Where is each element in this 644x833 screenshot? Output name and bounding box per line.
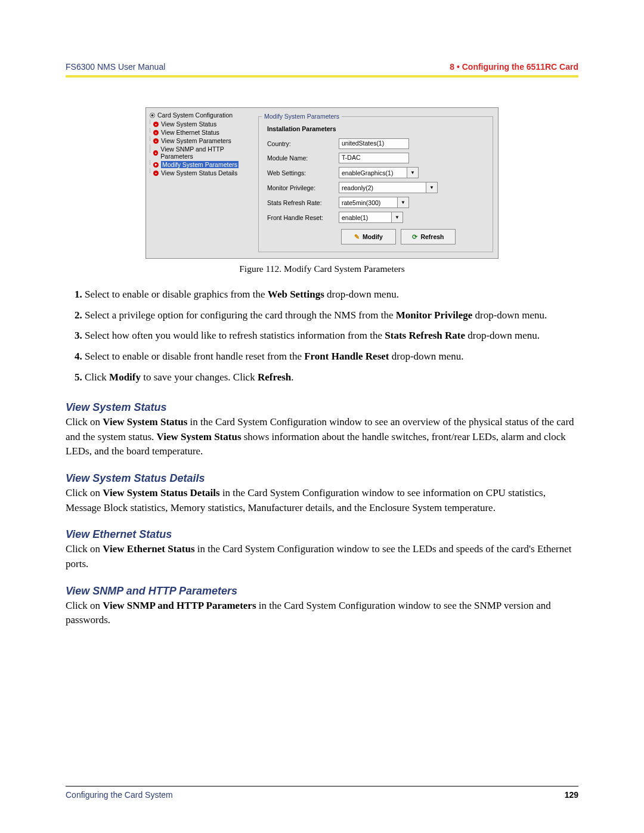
tree-item[interactable]: •View System Status Details xyxy=(153,169,251,177)
tree-item[interactable]: •View System Status xyxy=(153,120,251,128)
section-heading: View System Status Details xyxy=(66,472,578,485)
text-input[interactable]: unitedStates(1) xyxy=(339,138,409,149)
bullet-icon: • xyxy=(153,138,159,144)
dropdown-value: enable(1) xyxy=(342,214,368,221)
tree-root-label[interactable]: Card System Configuration xyxy=(157,112,233,119)
section-heading: View System Status xyxy=(66,401,578,414)
tree-item[interactable]: ▸Modify System Parameters xyxy=(153,160,251,169)
step-item: Select a privilege option for configurin… xyxy=(85,308,578,323)
bullet-icon: • xyxy=(153,150,158,156)
section-body: Click on View SNMP and HTTP Parameters i… xyxy=(66,599,578,628)
footer-page-number: 129 xyxy=(565,790,578,800)
text-input[interactable]: T-DAC xyxy=(339,153,409,163)
panel-subhead: Installation Parameters xyxy=(267,125,487,132)
steps-list: Select to enable or disable graphics fro… xyxy=(66,287,578,385)
section-heading: View Ethernet Status xyxy=(66,528,578,541)
step-item: Select how often you would like to refre… xyxy=(85,329,578,343)
tree-item[interactable]: •View Ethernet Status xyxy=(153,128,251,137)
chevron-down-icon: ▼ xyxy=(426,182,437,193)
header-right: 8 • Configuring the 6511RC Card xyxy=(450,62,578,72)
page-footer: Configuring the Card System 129 xyxy=(66,786,578,800)
form-row: Stats Refresh Rate:rate5min(300)▼ xyxy=(267,197,487,208)
field-label: Web Settings: xyxy=(267,169,339,176)
chevron-down-icon: ▼ xyxy=(407,168,418,178)
refresh-icon: ⟳ xyxy=(412,233,417,240)
field-label: Stats Refresh Rate: xyxy=(267,199,339,206)
svg-point-1 xyxy=(151,114,154,116)
tree-item[interactable]: •View SNMP and HTTP Parameters xyxy=(153,145,251,160)
radio-icon xyxy=(150,113,155,118)
chevron-down-icon: ▼ xyxy=(397,197,408,208)
refresh-button[interactable]: ⟳ Refresh xyxy=(401,229,456,244)
dropdown[interactable]: readonly(2)▼ xyxy=(339,182,438,193)
tree-item-label: View System Parameters xyxy=(161,137,231,144)
form-row: Monitor Privilege:readonly(2)▼ xyxy=(267,182,487,193)
tree-item-label: Modify System Parameters xyxy=(161,161,239,168)
tree-item-label: View Ethernet Status xyxy=(161,129,219,136)
section-heading: View SNMP and HTTP Parameters xyxy=(66,585,578,597)
form-pane: Modify System Parameters Installation Pa… xyxy=(253,108,498,258)
tree-item-label: View System Status xyxy=(161,120,216,128)
wand-icon: ✎ xyxy=(354,233,360,240)
panel-title: Modify System Parameters xyxy=(262,113,342,120)
section-body: Click on View System Status in the Card … xyxy=(66,415,578,459)
tree-item-label: View System Status Details xyxy=(161,169,237,176)
form-row: Country:unitedStates(1) xyxy=(267,138,487,149)
dropdown-value: enableGraphics(1) xyxy=(342,169,393,176)
section-body: Click on View System Status Details in t… xyxy=(66,486,578,515)
modify-button-label: Modify xyxy=(363,233,383,240)
modify-button[interactable]: ✎ Modify xyxy=(341,229,396,244)
form-row: Web Settings:enableGraphics(1)▼ xyxy=(267,167,487,178)
field-label: Module Name: xyxy=(267,154,339,162)
header-left: FS6300 NMS User Manual xyxy=(66,62,165,72)
app-screenshot: Card System Configuration •View System S… xyxy=(145,107,499,259)
chevron-down-icon: ▼ xyxy=(391,212,402,222)
step-item: Select to enable or disable graphics fro… xyxy=(85,287,578,302)
bullet-icon: • xyxy=(153,130,159,135)
form-row: Front Handle Reset:enable(1)▼ xyxy=(267,212,487,223)
step-item: Select to enable or disable front handle… xyxy=(85,349,578,364)
form-row: Module Name:T-DAC xyxy=(267,153,487,163)
dropdown-value: rate5min(300) xyxy=(342,199,380,206)
page-header: FS6300 NMS User Manual 8 • Configuring t… xyxy=(66,60,578,78)
bullet-icon: ▸ xyxy=(153,162,159,168)
step-item: Click Modify to save your changes. Click… xyxy=(85,370,578,385)
dropdown[interactable]: rate5min(300)▼ xyxy=(339,197,409,208)
tree-item-label: View SNMP and HTTP Parameters xyxy=(160,145,251,160)
config-tree: Card System Configuration •View System S… xyxy=(146,108,253,258)
refresh-button-label: Refresh xyxy=(420,233,444,240)
field-label: Country: xyxy=(267,140,339,147)
field-label: Monitor Privilege: xyxy=(267,184,339,191)
tree-item[interactable]: •View System Parameters xyxy=(153,137,251,145)
footer-left: Configuring the Card System xyxy=(66,790,173,800)
figure-caption: Figure 112. Modify Card System Parameter… xyxy=(66,264,578,274)
bullet-icon: • xyxy=(153,171,159,176)
dropdown[interactable]: enable(1)▼ xyxy=(339,212,403,223)
bullet-icon: • xyxy=(153,122,159,127)
field-label: Front Handle Reset: xyxy=(267,214,339,221)
dropdown-value: readonly(2) xyxy=(342,184,373,191)
dropdown[interactable]: enableGraphics(1)▼ xyxy=(339,167,419,178)
section-body: Click on View Ethernet Status in the Car… xyxy=(66,542,578,571)
